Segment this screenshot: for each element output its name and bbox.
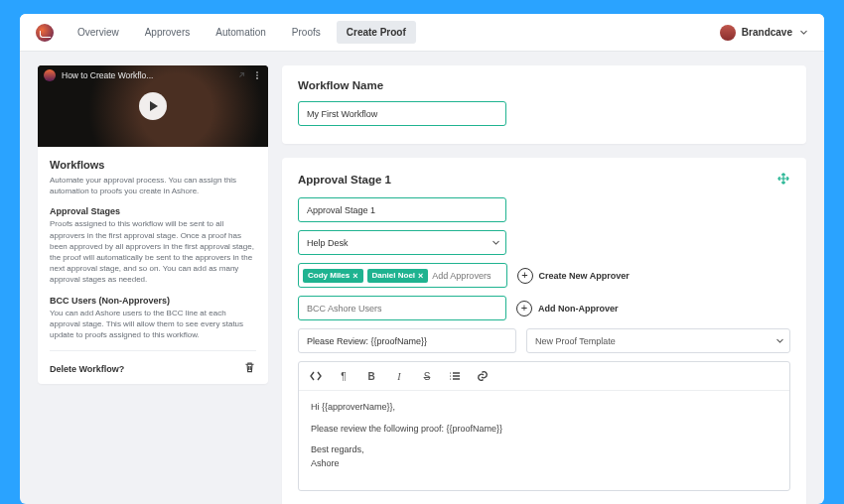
user-menu[interactable]: Brandcave xyxy=(720,25,808,41)
more-icon[interactable] xyxy=(252,70,262,80)
editor-toolbar: ¶ B I S xyxy=(299,362,789,391)
user-name: Brandcave xyxy=(742,27,792,38)
remove-tag-icon[interactable]: × xyxy=(418,271,423,281)
email-editor: ¶ B I S Hi {{approverName}}, Please xyxy=(298,361,790,491)
bcc-input[interactable] xyxy=(298,296,506,320)
editor-body[interactable]: Hi {{approverName}}, Please review the f… xyxy=(299,391,789,490)
email-line: Hi {{approverName}}, xyxy=(311,401,777,415)
pilcrow-icon[interactable]: ¶ xyxy=(337,369,351,383)
workflow-name-input[interactable] xyxy=(298,101,506,126)
sidebar-heading: Workflows xyxy=(50,159,256,171)
move-icon[interactable] xyxy=(776,172,790,188)
video-title: How to Create Workflo... xyxy=(62,70,230,80)
sidebar-sec2-title: BCC Users (Non-Approvers) xyxy=(50,296,256,306)
avatar-icon xyxy=(720,25,736,41)
plus-icon: + xyxy=(517,268,533,284)
nav-tab-proofs[interactable]: Proofs xyxy=(282,21,331,44)
nav-tabs: Overview Approvers Automation Proofs Cre… xyxy=(68,21,416,44)
svg-point-8 xyxy=(450,378,451,379)
stage-name-input[interactable] xyxy=(298,197,506,222)
svg-point-0 xyxy=(256,71,258,73)
approvers-input[interactable]: Cody Miles× Daniel Noel× xyxy=(298,263,507,288)
app-window: Overview Approvers Automation Proofs Cre… xyxy=(20,14,824,504)
create-approver-button[interactable]: + Create New Approver xyxy=(517,268,630,284)
main-column: Workflow Name Approval Stage 1 xyxy=(282,65,806,504)
italic-icon[interactable]: I xyxy=(392,369,406,383)
nav-tab-create-proof[interactable]: Create Proof xyxy=(337,21,416,44)
link-icon[interactable] xyxy=(476,369,490,383)
brand-logo-icon xyxy=(36,24,54,42)
email-line: Ashore xyxy=(311,457,777,471)
team-select-value: Help Desk xyxy=(307,238,349,248)
delete-workflow-button[interactable]: Delete Workflow? xyxy=(50,364,124,374)
code-icon[interactable] xyxy=(309,369,323,383)
remove-tag-icon[interactable]: × xyxy=(352,271,357,281)
team-select[interactable]: Help Desk xyxy=(298,230,506,255)
list-icon[interactable] xyxy=(448,369,462,383)
stage1-title: Approval Stage 1 xyxy=(298,174,391,186)
approvers-entry[interactable] xyxy=(432,271,501,281)
top-nav: Overview Approvers Automation Proofs Cre… xyxy=(20,14,824,52)
share-icon[interactable] xyxy=(236,70,246,80)
sidebar-info: Workflows Automate your approval process… xyxy=(38,147,268,384)
workflow-name-panel: Workflow Name xyxy=(282,65,806,144)
trash-icon[interactable] xyxy=(243,361,256,376)
approver-tag[interactable]: Cody Miles× xyxy=(303,269,363,283)
sidebar-sec1-body: Proofs assigned to this workflow will be… xyxy=(50,218,256,285)
chevron-down-icon xyxy=(798,28,808,38)
strike-icon[interactable]: S xyxy=(420,369,434,383)
nav-tab-automation[interactable]: Automation xyxy=(206,21,276,44)
approval-stage-1-panel: Approval Stage 1 Help Desk xyxy=(282,158,806,504)
email-line: Please review the following proof: {{pro… xyxy=(311,423,777,437)
play-icon[interactable] xyxy=(139,92,167,120)
svg-point-2 xyxy=(256,77,258,79)
plus-icon: + xyxy=(516,301,532,316)
workflow-name-label: Workflow Name xyxy=(298,79,383,91)
sidebar-sec1-title: Approval Stages xyxy=(50,206,256,216)
svg-point-1 xyxy=(256,74,258,76)
sidebar-sec2-body: You can add Ashore users to the BCC line… xyxy=(50,308,256,341)
template-select-value: New Proof Template xyxy=(535,336,616,346)
nav-tab-approvers[interactable]: Approvers xyxy=(135,21,201,44)
nav-tab-overview[interactable]: Overview xyxy=(68,21,129,44)
bold-icon[interactable]: B xyxy=(364,369,378,383)
svg-point-7 xyxy=(450,375,451,376)
template-select[interactable]: New Proof Template xyxy=(526,328,790,353)
add-non-approver-button[interactable]: + Add Non-Approver xyxy=(516,301,619,316)
sidebar-intro: Automate your approval process. You can … xyxy=(50,175,256,196)
email-line: Best regards, xyxy=(311,443,777,457)
video-card[interactable]: How to Create Workflo... xyxy=(38,65,268,147)
video-brand-icon xyxy=(44,69,56,81)
approver-tag[interactable]: Daniel Noel× xyxy=(367,269,429,283)
svg-point-6 xyxy=(450,372,451,373)
subject-input[interactable] xyxy=(298,328,516,353)
sidebar: How to Create Workflo... Workflows Autom… xyxy=(38,65,268,504)
